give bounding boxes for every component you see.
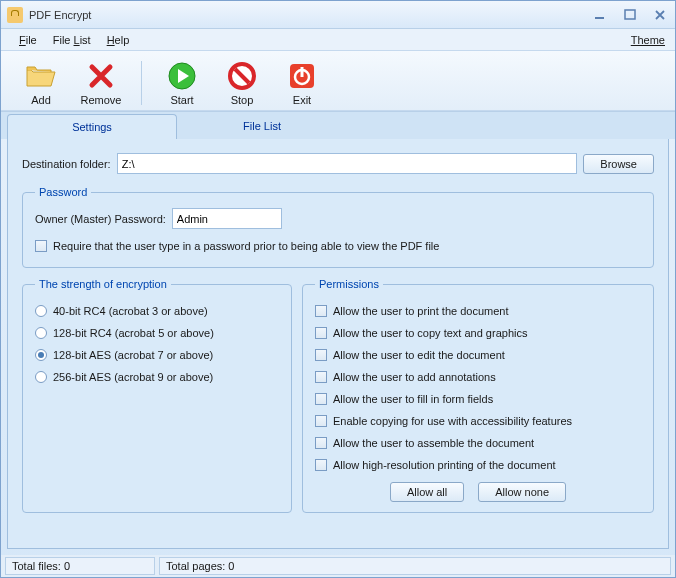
status-total-files: Total files: 0 — [5, 557, 155, 575]
perm-assemble-checkbox[interactable] — [315, 437, 327, 449]
menu-theme[interactable]: Theme — [631, 34, 665, 46]
close-button[interactable] — [651, 8, 669, 22]
play-icon — [166, 60, 198, 92]
enc-40-rc4-radio[interactable] — [35, 305, 47, 317]
menu-file[interactable]: File — [11, 32, 45, 48]
folder-open-icon — [25, 60, 57, 92]
perm-forms-checkbox[interactable] — [315, 393, 327, 405]
toolbar: Add Remove Start Stop Exit — [1, 51, 675, 111]
svg-rect-0 — [595, 17, 604, 19]
password-legend: Password — [35, 186, 91, 198]
allow-all-button[interactable]: Allow all — [390, 482, 464, 502]
tab-settings[interactable]: Settings — [7, 114, 177, 139]
window-title: PDF Encrypt — [29, 9, 591, 21]
minimize-button[interactable] — [591, 8, 609, 22]
perm-annotate-checkbox[interactable] — [315, 371, 327, 383]
allow-none-button[interactable]: Allow none — [478, 482, 566, 502]
dest-input[interactable] — [117, 153, 578, 174]
dest-label: Destination folder: — [22, 158, 111, 170]
tab-bar: Settings File List — [1, 111, 675, 139]
menubar: File File List Help Theme — [1, 29, 675, 51]
perm-edit-checkbox[interactable] — [315, 349, 327, 361]
maximize-button[interactable] — [621, 8, 639, 22]
enc-128-aes-radio[interactable] — [35, 349, 47, 361]
app-window: PDF Encrypt File File List Help Theme Ad… — [0, 0, 676, 578]
permissions-fieldset: Permissions Allow the user to print the … — [302, 278, 654, 513]
x-icon — [85, 60, 117, 92]
add-button[interactable]: Add — [15, 60, 67, 106]
menu-help[interactable]: Help — [99, 32, 138, 48]
require-view-label: Require that the user type in a password… — [53, 240, 439, 252]
perm-hires-print-checkbox[interactable] — [315, 459, 327, 471]
browse-button[interactable]: Browse — [583, 154, 654, 174]
perm-print-checkbox[interactable] — [315, 305, 327, 317]
require-view-checkbox[interactable] — [35, 240, 47, 252]
owner-password-input[interactable] — [172, 208, 282, 229]
svg-rect-1 — [625, 10, 635, 19]
password-fieldset: Password Owner (Master) Password: Requir… — [22, 186, 654, 268]
start-button[interactable]: Start — [156, 60, 208, 106]
stop-icon — [226, 60, 258, 92]
window-controls — [591, 8, 669, 22]
menu-filelist[interactable]: File List — [45, 32, 99, 48]
titlebar: PDF Encrypt — [1, 1, 675, 29]
encryption-fieldset: The strength of encryption 40-bit RC4 (a… — [22, 278, 292, 513]
perm-accessibility-checkbox[interactable] — [315, 415, 327, 427]
stop-button[interactable]: Stop — [216, 60, 268, 106]
perm-copy-checkbox[interactable] — [315, 327, 327, 339]
remove-button[interactable]: Remove — [75, 60, 127, 106]
encryption-legend: The strength of encryption — [35, 278, 171, 290]
power-icon — [286, 60, 318, 92]
enc-256-aes-radio[interactable] — [35, 371, 47, 383]
tab-filelist[interactable]: File List — [177, 114, 347, 139]
svg-rect-6 — [301, 67, 304, 77]
enc-128-rc4-radio[interactable] — [35, 327, 47, 339]
toolbar-separator — [141, 61, 142, 105]
exit-button[interactable]: Exit — [276, 60, 328, 106]
permissions-legend: Permissions — [315, 278, 383, 290]
statusbar: Total files: 0 Total pages: 0 — [1, 555, 675, 577]
owner-password-label: Owner (Master) Password: — [35, 213, 166, 225]
settings-panel: Destination folder: Browse Password Owne… — [7, 139, 669, 549]
app-icon — [7, 7, 23, 23]
status-total-pages: Total pages: 0 — [159, 557, 671, 575]
